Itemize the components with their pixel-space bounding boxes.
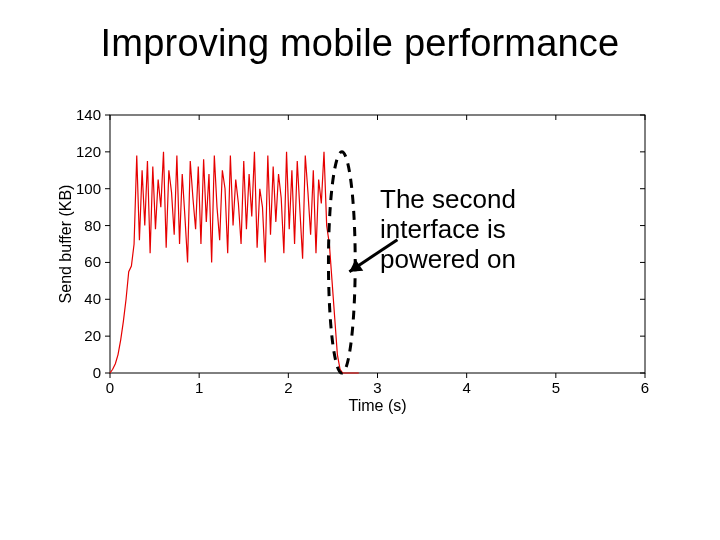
- svg-text:4: 4: [462, 379, 470, 396]
- svg-text:100: 100: [76, 180, 101, 197]
- svg-text:120: 120: [76, 143, 101, 160]
- svg-text:0: 0: [106, 379, 114, 396]
- svg-text:140: 140: [76, 106, 101, 123]
- svg-text:Send buffer (KB): Send buffer (KB): [57, 185, 74, 304]
- svg-text:80: 80: [84, 217, 101, 234]
- svg-text:Time (s): Time (s): [348, 397, 406, 414]
- svg-text:1: 1: [195, 379, 203, 396]
- svg-text:2: 2: [284, 379, 292, 396]
- svg-text:5: 5: [552, 379, 560, 396]
- svg-text:3: 3: [373, 379, 381, 396]
- svg-rect-0: [110, 115, 645, 373]
- annotation-text: The second interface is powered on: [380, 185, 516, 275]
- annotation-line-3: powered on: [380, 245, 516, 275]
- slide-title: Improving mobile performance: [0, 22, 720, 65]
- svg-point-48: [328, 152, 355, 373]
- svg-text:0: 0: [93, 364, 101, 381]
- svg-text:20: 20: [84, 327, 101, 344]
- svg-text:60: 60: [84, 253, 101, 270]
- annotation-line-1: The second: [380, 185, 516, 215]
- chart-send-buffer: 0123456020406080100120140Time (s)Send bu…: [55, 105, 655, 415]
- annotation-line-2: interface is: [380, 215, 516, 245]
- svg-text:40: 40: [84, 290, 101, 307]
- svg-text:6: 6: [641, 379, 649, 396]
